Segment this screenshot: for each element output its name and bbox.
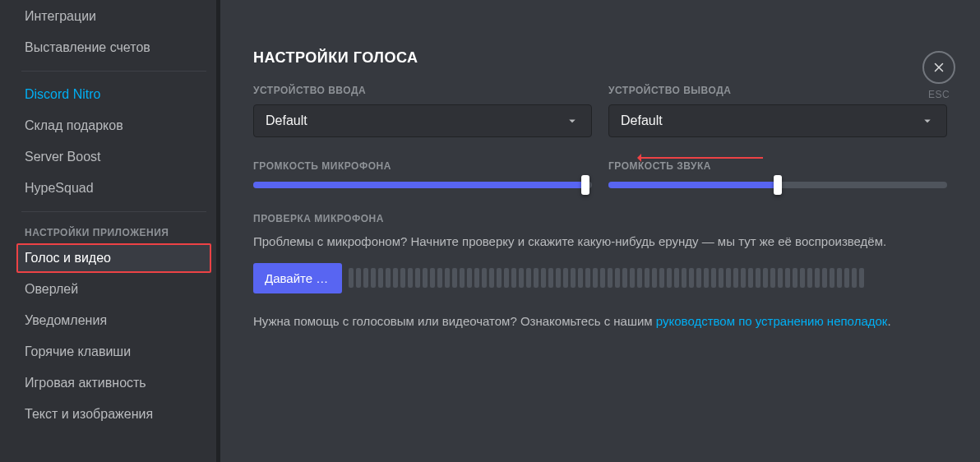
output-volume-label: Громкость звука xyxy=(608,160,947,172)
help-text: Нужна помощь с голосовым или видеочатом?… xyxy=(253,312,947,331)
sidebar-item[interactable]: Склад подарков xyxy=(16,111,211,141)
mic-level-meter xyxy=(349,268,947,288)
chevron-down-icon xyxy=(565,113,580,128)
input-device-label: Устройство ввода xyxy=(253,85,592,96)
nav-section-header: Настройки приложения xyxy=(16,220,211,242)
nav-separator xyxy=(21,211,206,212)
output-device-value: Default xyxy=(621,113,663,128)
sidebar: ИнтеграцииВыставление счетовDiscord Nitr… xyxy=(0,0,220,462)
output-device-label: Устройство вывода xyxy=(608,85,947,96)
input-device-value: Default xyxy=(266,113,307,128)
page-title: Настройки голоса xyxy=(253,49,947,67)
annotation-arrow xyxy=(640,157,763,159)
close-icon xyxy=(931,60,946,75)
sidebar-item[interactable]: Уведомления xyxy=(16,306,211,335)
sidebar-item[interactable]: Текст и изображения xyxy=(16,400,211,429)
sidebar-item[interactable]: Discord Nitro xyxy=(16,80,211,109)
mic-test-label: Проверка микрофона xyxy=(253,213,947,224)
sidebar-item[interactable]: Голос и видео xyxy=(16,243,211,273)
nav-separator xyxy=(21,71,206,72)
close-label: ESC xyxy=(922,89,955,100)
troubleshooting-link[interactable]: руководством по устранению неполадок xyxy=(656,314,888,328)
output-device-select[interactable]: Default xyxy=(608,104,947,137)
sidebar-item[interactable]: Выставление счетов xyxy=(16,33,211,62)
sidebar-item[interactable]: Оверлей xyxy=(16,275,211,304)
content-area: Настройки голоса Устройство ввода Defaul… xyxy=(220,0,980,462)
sidebar-item[interactable]: Server Boost xyxy=(16,142,211,172)
sidebar-item[interactable]: HypeSquad xyxy=(16,173,211,203)
close-button[interactable] xyxy=(922,51,955,84)
sidebar-item[interactable]: Интеграции xyxy=(16,2,211,31)
input-volume-label: Громкость микрофона xyxy=(253,160,592,172)
sidebar-item[interactable]: Игровая активность xyxy=(16,368,211,398)
chevron-down-icon xyxy=(920,113,935,128)
input-volume-slider[interactable] xyxy=(253,182,592,188)
mic-test-desc: Проблемы с микрофоном? Начните проверку … xyxy=(253,233,947,252)
mic-test-button[interactable]: Давайте пр… xyxy=(253,263,342,293)
output-volume-slider[interactable] xyxy=(608,182,947,188)
sidebar-item[interactable]: Горячие клавиши xyxy=(16,337,211,367)
input-device-select[interactable]: Default xyxy=(253,104,592,137)
